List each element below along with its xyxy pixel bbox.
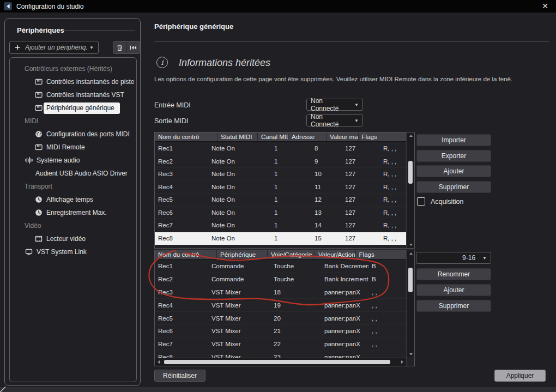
midi-keyboard-icon	[35, 104, 43, 112]
add-device-dropdown[interactable]: Ajouter un périphériq. ▼	[9, 41, 99, 54]
column-header[interactable]: Valeur/Action	[315, 250, 356, 259]
add-row-button[interactable]: Ajouter	[416, 165, 491, 177]
add-device-label: Ajouter un périphériq.	[25, 44, 87, 51]
sidebar-item-enregistrement-max[interactable]: Enregistrement Max.	[10, 206, 136, 219]
table-row[interactable]: Rec5VST Mixer20panner:panX, ,	[155, 312, 406, 325]
table-row[interactable]: Rec1CommandeToucheBank DecrementB	[155, 260, 406, 273]
legacy-info-heading: Informations héritées	[179, 57, 270, 69]
sidebar-item-configuration-ports-midi[interactable]: Configuration des ports MIDI	[10, 128, 136, 141]
column-header[interactable]: Voie/Catégorie	[268, 250, 315, 259]
sidebar-category-controleurs-externes[interactable]: Contrôleurs externes (Hérités)	[10, 62, 136, 75]
scroll-up-icon[interactable]	[409, 135, 413, 137]
scroll-down-icon[interactable]	[409, 353, 413, 355]
column-header[interactable]: Flags	[359, 132, 406, 141]
device-tree: Contrôleurs externes (Hérités) Contrôles…	[9, 57, 137, 382]
bank-select-value: 9-16	[462, 254, 475, 262]
sidebar-item-controles-instantanes-vst[interactable]: Contrôles instantanés VST	[10, 88, 136, 101]
midi-keyboard-icon	[35, 78, 43, 86]
table-row[interactable]: Rec3VST Mixer18panner:panX, ,	[155, 286, 406, 299]
delete-assignment-button[interactable]: Supprimer	[416, 300, 491, 312]
scrollbar-thumb[interactable]	[164, 360, 390, 364]
midi-output-select[interactable]: Non Connecté ▼	[306, 114, 363, 126]
sidebar-category-midi[interactable]: MIDI	[10, 114, 136, 128]
import-button[interactable]: Importer	[416, 134, 491, 146]
column-header[interactable]: Canal MIDI	[258, 132, 288, 141]
sidebar-item-midi-remote[interactable]: MIDI Remote	[10, 141, 136, 154]
sidebar-item-audient-usb-asio[interactable]: Audient USB Audio ASIO Driver	[10, 167, 136, 180]
delete-device-button[interactable]	[113, 41, 126, 53]
heading-rule	[64, 31, 135, 31]
apply-button[interactable]: Appliquer	[494, 370, 546, 382]
table-row[interactable]: Rec2Note On19127R, , ,	[155, 155, 406, 168]
info-icon: i	[156, 57, 168, 68]
assignment-table: Nom du contrôPériphériqueVoie/CatégorieV…	[154, 250, 415, 366]
table-row[interactable]: Rec6VST Mixer21panner:panX, ,	[155, 325, 406, 338]
reset-button[interactable]: Réinitialiser	[154, 370, 206, 382]
vertical-scrollbar[interactable]	[406, 132, 414, 248]
sidebar-item-vst-system-link[interactable]: VST System Link	[10, 245, 136, 258]
devices-heading: Périphériques	[17, 26, 64, 34]
column-header[interactable]: Périphérique	[217, 250, 268, 259]
sidebar-category-video[interactable]: Vidéo	[10, 219, 136, 232]
scroll-left-icon[interactable]	[158, 360, 160, 364]
table-row[interactable]: Solo1Note On116127R	[155, 245, 406, 248]
horizontal-scrollbar[interactable]	[155, 358, 406, 366]
sidebar-category-transport[interactable]: Transport	[10, 180, 136, 193]
midi-output-value: Non Connecté	[311, 113, 352, 128]
table-row[interactable]: Rec8Note On115127R, , ,	[155, 232, 406, 245]
chevron-down-icon: ▼	[89, 45, 94, 50]
bank-select[interactable]: 9-16 ▼	[416, 252, 491, 264]
table-header: Nom du contrôStatut MIDICanal MIDIAdress…	[155, 132, 406, 142]
film-icon	[35, 235, 43, 243]
collapse-all-button[interactable]	[126, 41, 140, 53]
clock-icon	[35, 196, 43, 203]
column-header[interactable]: Flags	[356, 250, 406, 259]
sidebar-item-lecteur-video[interactable]: Lecteur vidéo	[10, 232, 136, 245]
add-assignment-button[interactable]: Ajouter	[416, 284, 491, 296]
table-row[interactable]: Rec6Note On113127R, , ,	[155, 207, 406, 220]
table-row[interactable]: Rec5Note On112127R, , ,	[155, 194, 406, 207]
vertical-scrollbar[interactable]	[406, 250, 414, 358]
delete-row-button[interactable]: Supprimer	[416, 181, 491, 193]
scrollbar-thumb[interactable]	[408, 161, 413, 184]
table-row[interactable]: Rec7Note On114127R, , ,	[155, 219, 406, 232]
table-row[interactable]: Rec1Note On18127R, , ,	[155, 142, 406, 155]
scroll-down-icon[interactable]	[409, 244, 413, 246]
column-header[interactable]: Statut MIDI	[217, 132, 258, 141]
scrollbar-thumb[interactable]	[408, 268, 413, 292]
acquisition-checkbox[interactable]	[417, 197, 425, 206]
monitor-icon	[25, 248, 33, 256]
acquisition-label: Acquisition	[431, 198, 463, 206]
resize-grip[interactable]	[0, 387, 5, 392]
sidebar-item-systeme-audio[interactable]: Système audio	[10, 154, 136, 167]
chevron-down-icon: ▼	[354, 102, 359, 107]
column-header[interactable]: Valeur ma	[327, 132, 359, 141]
column-header[interactable]: Nom du contrô	[155, 132, 217, 141]
table-row[interactable]: Rec3Note On110127R, , ,	[155, 168, 406, 181]
table-row[interactable]: Rec2CommandeToucheBank IncrementB	[155, 273, 406, 286]
table-row[interactable]: Rec4Note On111127R, , ,	[155, 181, 406, 194]
midi-input-value: Non Connecté	[311, 97, 352, 112]
midi-input-select[interactable]: Non Connecté ▼	[306, 99, 363, 111]
close-icon[interactable]: ✕	[540, 1, 551, 11]
title-divider	[154, 41, 549, 42]
page-title: Périphérique générique	[154, 22, 233, 31]
column-header[interactable]: Adresse	[288, 132, 327, 141]
scroll-up-icon[interactable]	[409, 252, 413, 255]
collapse-all-icon	[129, 44, 137, 51]
rename-button[interactable]: Renommer	[416, 268, 491, 280]
sidebar-item-affichage-temps[interactable]: Affichage temps	[10, 193, 136, 206]
table-row[interactable]: Rec4VST Mixer19panner:panX, ,	[155, 299, 406, 312]
table-row[interactable]: Rec8VST Mixer23panner:panX, ,	[155, 351, 406, 358]
export-button[interactable]: Exporter	[416, 150, 491, 162]
table-header: Nom du contrôPériphériqueVoie/CatégorieV…	[155, 250, 406, 260]
legacy-info-text: Les options de configuration de cette pa…	[154, 76, 549, 82]
sidebar-item-peripherique-generique[interactable]: Périphérique générique	[10, 101, 136, 114]
scroll-right-icon[interactable]	[401, 360, 403, 364]
assignment-actions: RenommerAjouterSupprimer	[416, 268, 491, 312]
table-actions: ImporterExporterAjouterSupprimer	[416, 134, 491, 193]
sidebar-item-controles-instantanes-piste[interactable]: Contrôles instantanés de piste	[10, 75, 136, 88]
table-row[interactable]: Rec7VST Mixer22panner:panX, ,	[155, 338, 406, 351]
column-header[interactable]: Nom du contrô	[155, 250, 217, 259]
studio-setup-dialog: Configuration du studio ✕ Périphériques …	[0, 0, 556, 392]
